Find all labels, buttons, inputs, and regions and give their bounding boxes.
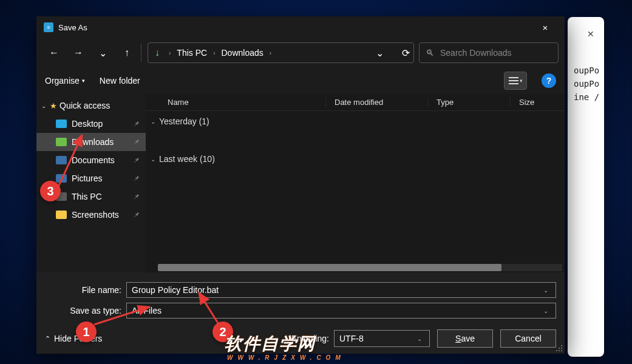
column-name[interactable]: Name bbox=[146, 98, 325, 107]
folder-icon bbox=[56, 138, 67, 146]
chevron-right-icon: › bbox=[213, 50, 215, 56]
save-as-type-select[interactable]: All Files ⌄ bbox=[126, 303, 556, 318]
svg-point-3 bbox=[561, 345, 562, 346]
separator bbox=[141, 44, 141, 62]
chevron-right-icon: › bbox=[169, 50, 171, 56]
recent-button[interactable]: ⌄ bbox=[91, 41, 114, 64]
search-icon: 🔍︎ bbox=[426, 48, 434, 58]
file-name-input[interactable]: Group Policy Editor.bat ⌄ bbox=[126, 282, 556, 298]
svg-point-7 bbox=[559, 350, 560, 351]
svg-point-5 bbox=[561, 348, 562, 349]
save-button[interactable]: Save bbox=[437, 329, 493, 348]
breadcrumb-item[interactable]: This PC bbox=[177, 48, 207, 58]
folder-icon bbox=[56, 174, 67, 183]
svg-rect-0 bbox=[509, 77, 518, 78]
file-name-label: File name: bbox=[45, 285, 126, 295]
breadcrumb-item[interactable]: Downloads bbox=[221, 48, 263, 58]
back-button[interactable]: ← bbox=[42, 41, 66, 64]
star-icon: ★ bbox=[50, 101, 57, 110]
sidebar-item-label: This PC bbox=[72, 192, 102, 201]
pin-icon: 📌︎ bbox=[133, 138, 140, 146]
watermark: 软件自学网 WWW.RJZXW.COM bbox=[225, 332, 345, 361]
chevron-down-icon: ⌄ bbox=[151, 118, 159, 125]
chevron-down-icon[interactable]: ⌄ bbox=[541, 308, 551, 314]
help-button[interactable]: ? bbox=[542, 73, 556, 88]
sidebar-item[interactable]: Desktop 📌︎ bbox=[36, 115, 146, 133]
folder-icon bbox=[56, 120, 67, 128]
pin-icon: 📌︎ bbox=[133, 175, 140, 182]
app-icon: ≡ bbox=[44, 22, 53, 32]
new-folder-button[interactable]: New folder bbox=[100, 76, 140, 86]
sidebar-item-label: Downloads bbox=[72, 137, 114, 147]
save-as-type-label: Save as type: bbox=[45, 306, 126, 315]
command-toolbar: Organise▾ New folder ▾ ? bbox=[36, 67, 565, 94]
chevron-down-icon: ⌄ bbox=[151, 156, 159, 163]
sidebar-item-label: Screenshots bbox=[72, 210, 119, 220]
svg-point-8 bbox=[561, 350, 562, 351]
sidebar-item[interactable]: Screenshots 📌︎ bbox=[36, 206, 146, 224]
annotation-badge-1: 1 bbox=[76, 322, 97, 342]
folder-icon bbox=[56, 156, 67, 164]
column-headers[interactable]: Name Date modified Type Size bbox=[146, 94, 565, 111]
up-button[interactable]: ↑ bbox=[115, 41, 138, 64]
dialog-title: Save As bbox=[58, 23, 533, 32]
chevron-down-icon[interactable]: ⌄ bbox=[415, 335, 424, 342]
column-type[interactable]: Type bbox=[427, 98, 510, 107]
file-list[interactable]: Name Date modified Type Size ⌄ Yesterday… bbox=[146, 94, 565, 272]
background-window-text: oupPo oupPo ine / bbox=[574, 64, 599, 104]
file-group-header[interactable]: ⌄ Last week (10) bbox=[146, 149, 565, 169]
pin-icon: 📌︎ bbox=[133, 157, 140, 164]
sidebar-item-label: Desktop bbox=[72, 119, 103, 129]
svg-rect-1 bbox=[509, 80, 518, 81]
chevron-down-icon: ⌄ bbox=[41, 103, 50, 109]
titlebar: ≡ Save As × bbox=[36, 16, 565, 38]
column-modified[interactable]: Date modified bbox=[325, 98, 427, 107]
svg-point-6 bbox=[556, 350, 557, 351]
encoding-select[interactable]: UTF-8 ⌄ bbox=[334, 330, 430, 347]
folder-icon bbox=[56, 211, 67, 219]
group-label: Last week (10) bbox=[159, 154, 215, 164]
chevron-up-icon: ⌃ bbox=[45, 335, 50, 343]
search-placeholder: Search Downloads bbox=[440, 48, 512, 58]
file-group-header[interactable]: ⌄ Yesterday (1) bbox=[146, 111, 565, 132]
group-label: Yesterday (1) bbox=[159, 116, 209, 126]
quick-access-node[interactable]: ⌄ ★ Quick access bbox=[36, 96, 146, 115]
organise-button[interactable]: Organise▾ bbox=[45, 76, 85, 86]
chevron-down-icon: ▾ bbox=[82, 78, 85, 84]
cancel-button[interactable]: Cancel bbox=[500, 329, 556, 348]
close-icon[interactable]: ✕ bbox=[587, 29, 594, 39]
nav-toolbar: ← → ⌄ ↑ ↓ › This PC › Downloads › ⌄ ⟳ 🔍︎… bbox=[36, 38, 565, 67]
svg-point-4 bbox=[559, 348, 560, 349]
column-size[interactable]: Size bbox=[510, 98, 565, 107]
address-bar[interactable]: ↓ › This PC › Downloads › ⌄ ⟳ bbox=[148, 42, 414, 63]
pin-icon: 📌︎ bbox=[133, 193, 140, 200]
chevron-right-icon: › bbox=[270, 50, 271, 56]
forward-button[interactable]: → bbox=[67, 41, 90, 64]
chevron-down-icon[interactable]: ⌄ bbox=[541, 287, 551, 294]
sidebar-item-label: Pictures bbox=[72, 174, 103, 183]
resize-grip[interactable] bbox=[555, 344, 563, 352]
save-as-dialog: ≡ Save As × ← → ⌄ ↑ ↓ › This PC › Downlo… bbox=[36, 16, 565, 354]
sidebar-item[interactable]: Documents 📌︎ bbox=[36, 151, 146, 169]
pin-icon: 📌︎ bbox=[133, 211, 140, 218]
sidebar-item-label: Documents bbox=[72, 155, 115, 165]
scrollbar-thumb[interactable] bbox=[158, 264, 501, 271]
svg-rect-2 bbox=[509, 83, 518, 84]
sidebar-item[interactable]: Downloads 📌︎ bbox=[36, 133, 146, 151]
search-input[interactable]: 🔍︎ Search Downloads bbox=[419, 42, 559, 63]
download-icon: ↓ bbox=[152, 47, 163, 58]
pin-icon: 📌︎ bbox=[133, 120, 140, 127]
chevron-down-icon[interactable]: ⌄ bbox=[376, 47, 384, 59]
horizontal-scrollbar[interactable] bbox=[158, 264, 562, 271]
close-button[interactable]: × bbox=[533, 22, 557, 33]
refresh-button[interactable]: ⟳ bbox=[402, 47, 410, 59]
view-mode-button[interactable]: ▾ bbox=[504, 72, 527, 90]
annotation-badge-3: 3 bbox=[40, 181, 61, 201]
